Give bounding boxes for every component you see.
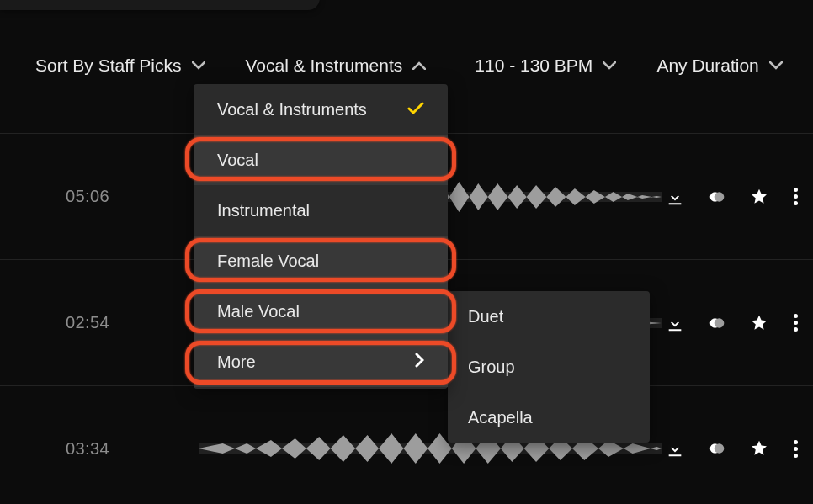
vocal-instruments-filter-label: Vocal & Instruments bbox=[246, 56, 403, 76]
favorite-button[interactable] bbox=[750, 188, 768, 206]
vocal-instruments-dropdown: Vocal & Instruments Vocal Instrumental F… bbox=[194, 84, 448, 389]
more-options-button[interactable] bbox=[792, 312, 800, 333]
dropdown-item-label: Vocal bbox=[217, 151, 258, 170]
more-options-button[interactable] bbox=[792, 438, 800, 459]
filter-bar: Sort By Staff Picks Vocal & Instruments … bbox=[0, 49, 813, 82]
favorite-button[interactable] bbox=[750, 439, 768, 458]
similar-tracks-button[interactable] bbox=[708, 314, 726, 332]
chevron-down-icon bbox=[603, 59, 616, 72]
similar-tracks-button[interactable] bbox=[708, 188, 726, 206]
track-duration: 02:54 bbox=[66, 313, 133, 332]
download-button[interactable] bbox=[666, 188, 684, 206]
track-duration: 05:06 bbox=[66, 187, 133, 206]
submenu-item-label: Group bbox=[468, 358, 515, 377]
duration-filter-label: Any Duration bbox=[656, 56, 758, 76]
bpm-filter-label: 110 - 130 BPM bbox=[475, 56, 592, 76]
dropdown-item-instrumental[interactable]: Instrumental bbox=[194, 185, 448, 236]
track-actions bbox=[666, 312, 800, 333]
chevron-right-icon bbox=[415, 353, 424, 372]
partial-top-element bbox=[0, 0, 320, 10]
vocal-instruments-filter[interactable]: Vocal & Instruments bbox=[246, 56, 427, 76]
download-button[interactable] bbox=[666, 439, 684, 458]
dropdown-item-label: Female Vocal bbox=[217, 252, 319, 271]
vocal-more-submenu: Duet Group Acapella bbox=[448, 291, 650, 443]
dropdown-item-label: More bbox=[217, 353, 256, 372]
favorite-button[interactable] bbox=[750, 314, 768, 332]
dropdown-item-label: Male Vocal bbox=[217, 302, 300, 321]
dropdown-item-female-vocal[interactable]: Female Vocal bbox=[194, 236, 448, 286]
svg-point-2 bbox=[715, 192, 725, 202]
dropdown-item-selected[interactable]: Vocal & Instruments bbox=[194, 84, 448, 135]
submenu-item-group[interactable]: Group bbox=[448, 342, 650, 392]
sort-filter[interactable]: Sort By Staff Picks bbox=[35, 56, 205, 76]
dropdown-item-vocal[interactable]: Vocal bbox=[194, 135, 448, 185]
similar-tracks-button[interactable] bbox=[708, 439, 726, 458]
track-row[interactable]: 03:34 bbox=[0, 385, 813, 504]
dropdown-item-male-vocal[interactable]: Male Vocal bbox=[194, 286, 448, 337]
sort-filter-label: Sort By Staff Picks bbox=[35, 56, 182, 76]
submenu-item-acapella[interactable]: Acapella bbox=[448, 392, 650, 443]
submenu-item-label: Duet bbox=[468, 307, 503, 326]
dropdown-item-label: Vocal & Instruments bbox=[217, 100, 367, 119]
svg-point-8 bbox=[715, 443, 725, 454]
dropdown-item-label: Instrumental bbox=[217, 201, 310, 220]
svg-point-5 bbox=[715, 318, 725, 328]
submenu-item-duet[interactable]: Duet bbox=[448, 291, 650, 342]
chevron-down-icon bbox=[192, 59, 205, 72]
chevron-down-icon bbox=[769, 59, 783, 72]
more-options-button[interactable] bbox=[792, 186, 800, 207]
bpm-filter[interactable]: 110 - 130 BPM bbox=[475, 56, 616, 76]
track-duration: 03:34 bbox=[66, 439, 133, 459]
check-icon bbox=[407, 100, 424, 119]
download-button[interactable] bbox=[666, 314, 684, 332]
dropdown-item-more[interactable]: More bbox=[194, 337, 448, 387]
submenu-item-label: Acapella bbox=[468, 408, 533, 427]
track-actions bbox=[666, 438, 800, 459]
track-actions bbox=[666, 186, 800, 207]
duration-filter[interactable]: Any Duration bbox=[656, 56, 782, 76]
chevron-up-icon bbox=[412, 59, 426, 72]
